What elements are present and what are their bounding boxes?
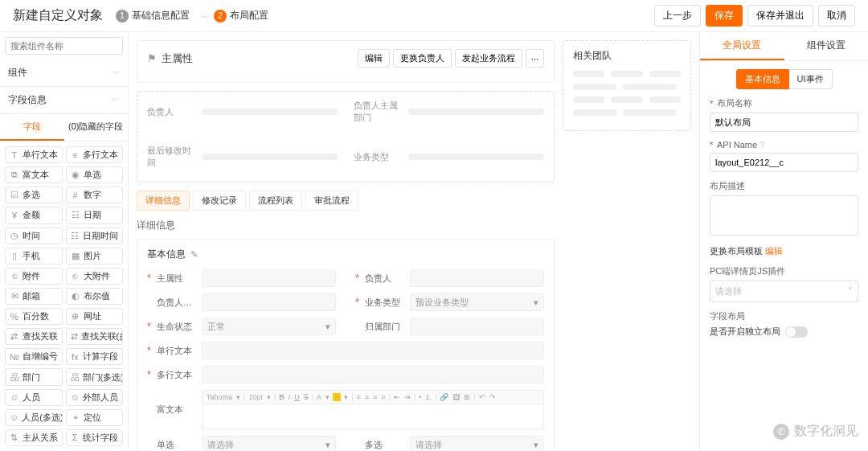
right-tabs: 全局设置 组件设置 [700,32,868,61]
field-item[interactable]: ¥金额 [5,207,63,223]
field-item[interactable]: ☷日期时间 [66,228,124,244]
save-button[interactable]: 保存 [706,5,743,27]
field-item[interactable]: ◐布尔值 [66,288,124,305]
field-layout-section: 字段布局 是否开启独立布局 [710,310,858,338]
field-item[interactable]: ≡多行文本 [66,146,124,163]
summary-modify-time: 最后修改时间 [147,145,338,169]
step-1-num: 1 [116,10,129,23]
toggle-indep-layout[interactable] [785,326,808,338]
start-flow-button[interactable]: 发起业务流程 [455,49,522,68]
step-2[interactable]: 2 布局配置 [214,9,268,23]
field-type-icon: ≡ [71,150,80,160]
tab-global-settings[interactable]: 全局设置 [700,32,784,60]
summary-owner: 负责人 [147,100,338,124]
field-item[interactable]: ✉邮箱 [5,288,63,305]
subtab-basic[interactable]: 基本信息 [736,69,789,89]
field-label: 日期 [84,209,101,221]
input-owner-dept[interactable] [202,293,336,311]
input-single-text[interactable] [202,342,544,359]
field-item[interactable]: Σ统计字段 [66,429,124,446]
select-single[interactable]: 请选择 [202,436,336,451]
select-multi[interactable]: 请选择 [410,436,544,451]
field-item[interactable]: 品部门 [5,368,63,385]
cancel-button[interactable]: 取消 [818,5,855,27]
search-input[interactable] [5,37,123,55]
change-owner-button[interactable]: 更换负责人 [393,49,452,68]
subtab-ui-event[interactable]: UI事件 [789,69,833,89]
rich-body[interactable] [202,404,544,429]
basic-info-title: 基本信息 [147,248,186,261]
chevron-down-icon: ﹀ [112,68,120,79]
tab-detail[interactable]: 详细信息 [137,191,190,211]
field-item[interactable]: ⌖定位 [66,409,124,426]
field-layout-desc: 布局描述 [710,180,858,237]
field-item[interactable]: ◉单选 [66,166,124,183]
tab-hidden-fields[interactable]: (0)隐藏的字段 [64,114,129,141]
field-type-icon: # [71,191,80,200]
related-team-title: 相关团队 [573,49,681,63]
input-multi-text[interactable] [202,366,544,383]
field-type-icon: ☷ [71,231,80,241]
step-1[interactable]: 1 基础信息配置 [116,9,190,23]
field-type-icon: ⇄ [10,331,19,342]
field-type-icon: ⧉ [10,170,19,180]
field-item[interactable]: 品部门(多选) [66,368,124,385]
field-subtabs: 字段 (0)隐藏的字段 [0,114,128,141]
field-type-icon: T [10,150,19,160]
more-button[interactable]: ··· [526,49,544,68]
prev-button[interactable]: 上一步 [654,5,701,27]
input-main-attr[interactable] [202,269,336,287]
rich-editor[interactable]: Tahoma▾| 10pt▾| BIUS̶| A▾A▾| ≡≡≡≡| ⇤⇥| •… [202,390,544,429]
field-item[interactable]: №自增编号 [5,348,63,365]
main: 组件 ﹀ 字段信息 ﹀ 字段 (0)隐藏的字段 T单行文本≡多行文本⧉富文本◉单… [0,32,868,451]
help-icon[interactable]: ? [760,141,764,150]
field-item[interactable]: #数字 [66,187,124,203]
summary-modify-time-value [202,154,338,160]
input-api-name[interactable] [710,153,858,172]
field-item[interactable]: %百分数 [5,308,63,325]
main-attr-actions: 编辑 更换负责人 发起业务流程 ··· [358,49,544,68]
field-item[interactable]: ⇄查找关联 [5,328,63,345]
field-item[interactable]: ⧉富文本 [5,166,63,183]
field-item[interactable]: T单行文本 [5,146,63,163]
tab-fields[interactable]: 字段 [0,114,64,141]
tab-change[interactable]: 修改记录 [193,191,246,211]
field-item[interactable]: ⇅主从关系 [5,429,63,446]
input-layout-name[interactable] [710,113,858,132]
save-exit-button[interactable]: 保存并退出 [747,5,813,27]
field-label: 大附件 [84,270,110,282]
field-item[interactable]: ⊕网址 [66,308,124,325]
edit-button[interactable]: 编辑 [358,49,390,68]
rich-toolbar[interactable]: Tahoma▾| 10pt▾| BIUS̶| A▾A▾| ≡≡≡≡| ⇤⇥| •… [202,390,544,404]
textarea-layout-desc[interactable] [710,195,858,236]
field-layout-name: *布局名称 [710,97,858,132]
field-item[interactable]: fx计算字段 [66,348,124,365]
field-item[interactable]: ▯手机 [5,248,63,264]
tab-flow-list[interactable]: 流程列表 [249,191,302,211]
tab-approval[interactable]: 审批流程 [305,191,358,211]
input-owner[interactable] [410,269,544,287]
field-item[interactable]: ☷日期 [66,207,124,223]
select-pc-js[interactable]: 请选择˅ [710,281,858,302]
field-item[interactable]: ⎋大附件 [66,268,124,285]
field-item[interactable]: ⎋附件 [5,268,63,285]
field-item[interactable]: ☺人员 [5,389,63,406]
field-item[interactable]: ☺人员(多选) [5,409,63,426]
field-item[interactable]: ⇄查找关联(多… [66,328,124,345]
indep-layout-label: 是否开启独立布局 [710,326,780,338]
field-type-icon: 品 [71,371,80,383]
input-belong-dept[interactable] [410,318,544,335]
field-item[interactable]: ▦图片 [66,248,124,264]
field-info-accordion[interactable]: 字段信息 ﹀ [0,87,128,114]
left-panel: 组件 ﹀ 字段信息 ﹀ 字段 (0)隐藏的字段 T单行文本≡多行文本⧉富文本◉单… [0,32,129,451]
tab-component-settings[interactable]: 组件设置 [784,32,869,60]
select-life-state[interactable]: 正常 [202,318,336,335]
field-item[interactable]: ◷时间 [5,228,63,244]
select-biz-type[interactable]: 预设业务类型 [410,293,544,311]
edit-template-link[interactable]: 编辑 [765,246,783,256]
field-item[interactable]: ☑多选 [5,187,63,203]
row-life-state: *生命状态正常 [147,318,336,335]
components-accordion[interactable]: 组件 ﹀ [0,59,128,87]
edit-icon[interactable]: ✎ [190,249,198,260]
field-item[interactable]: ☺外部人员 [66,389,124,406]
